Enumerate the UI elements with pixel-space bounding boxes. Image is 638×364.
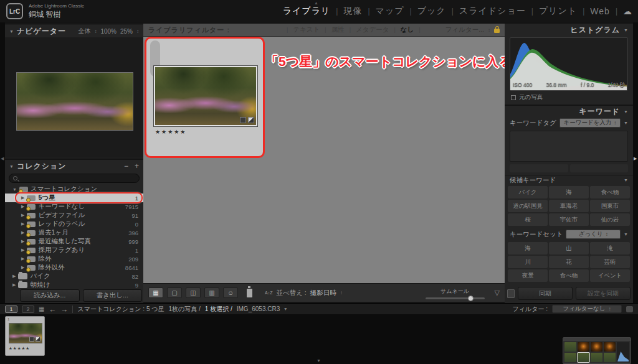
collections-header[interactable]: ▼ コレクション − + <box>5 160 143 172</box>
chevron-right-icon[interactable]: ▶ <box>21 230 24 235</box>
left-panel-collapse-strip[interactable]: ◀ <box>0 22 5 303</box>
filter-none-option[interactable]: なし <box>401 26 414 34</box>
stepper-icon[interactable]: ↕ <box>136 29 139 34</box>
navigator-header[interactable]: ▼ ナビゲーター 全体 ↕ 100% 25% ↕ <box>5 25 143 37</box>
keyword-chip[interactable]: イベント <box>590 269 630 282</box>
stepper-icon[interactable]: ↕ <box>94 29 97 34</box>
filter-toggle-icon[interactable] <box>626 306 633 312</box>
go-forward-arrow-icon[interactable]: → <box>60 305 68 314</box>
filmstrip-cell[interactable]: 1 ★★★★★ <box>5 316 45 356</box>
toolbar-options-icon[interactable]: ▽ <box>495 289 500 297</box>
crop-badge-icon[interactable] <box>36 337 40 342</box>
navigator-preview-image[interactable] <box>16 72 133 131</box>
collection-item[interactable]: ▶ レッドのラベル 0 <box>5 220 143 228</box>
bottom-panel-collapse-arrow[interactable]: ▼ <box>317 358 321 363</box>
filmstrip-thumbnail[interactable] <box>9 323 42 343</box>
keyword-chip[interactable]: 道の駅国見 <box>508 200 548 212</box>
collection-set-smart[interactable]: ▼ スマートコレクション <box>5 185 143 194</box>
compare-view-button[interactable]: ◫ <box>186 287 201 298</box>
chevron-right-icon[interactable]: ▶ <box>21 248 24 253</box>
collection-search-input[interactable] <box>9 174 140 183</box>
right-panel-collapse-strip[interactable]: ▶ <box>633 22 638 303</box>
stepper-icon[interactable]: ↕ <box>488 27 490 33</box>
painter-spray-icon[interactable] <box>247 289 252 297</box>
sort-value-dropdown[interactable]: 撮影日時 <box>310 289 336 297</box>
module-map[interactable]: マップ <box>376 6 404 17</box>
keyword-chip[interactable]: 海 <box>508 242 548 254</box>
sort-direction-icon[interactable]: A↕Z <box>265 291 272 295</box>
keyword-chip[interactable]: 芸術 <box>590 256 630 268</box>
zoom-fit-option[interactable]: 全体 <box>78 27 90 35</box>
keyword-chip[interactable]: 桜 <box>508 213 548 226</box>
second-monitor-preview[interactable] <box>563 337 631 364</box>
keywording-header[interactable]: キーワード ▼ <box>505 105 633 117</box>
go-back-arrow-icon[interactable]: ← <box>49 305 56 314</box>
thumbnail-slider[interactable] <box>426 297 485 299</box>
collection-item[interactable]: ▶ 除外以外 8641 <box>5 263 143 272</box>
histogram-display[interactable]: ISO 400 36.8 mm f / 9.0 1/40 秒 <box>510 37 628 91</box>
top-panel-collapse-arrow[interactable]: ▲ <box>314 1 318 5</box>
keyword-chip[interactable]: 食べ物 <box>590 186 630 198</box>
filter-text-option[interactable]: テキスト <box>293 26 320 34</box>
keyword-suggestions-header[interactable]: 候補キーワード ▼ <box>505 175 633 185</box>
second-window-button[interactable]: 2 <box>22 306 34 313</box>
original-photo-checkbox[interactable] <box>511 95 516 100</box>
module-web[interactable]: Web <box>590 6 610 16</box>
chevron-right-icon[interactable]: ▶ <box>12 282 16 287</box>
keyword-chip[interactable]: 車海老 <box>549 200 589 212</box>
main-window-button[interactable]: 1 <box>5 306 17 313</box>
keyword-chip[interactable]: 食べ物 <box>549 269 589 282</box>
module-slideshow[interactable]: スライドショー <box>459 6 526 17</box>
sync-settings-button[interactable]: 設定を同期 <box>576 287 631 300</box>
chevron-right-icon[interactable]: ▶ <box>21 213 24 218</box>
collapse-all-button[interactable]: − <box>124 162 128 170</box>
cloud-sync-icon[interactable]: ☁ <box>623 6 632 16</box>
collection-badge-icon[interactable] <box>29 337 34 342</box>
module-library[interactable]: ライブラリ <box>283 6 331 17</box>
chevron-right-icon[interactable]: ▶ <box>21 195 24 200</box>
module-print[interactable]: プリント <box>539 6 577 17</box>
module-develop[interactable]: 現像 <box>343 6 362 17</box>
filter-preset-dropdown[interactable]: フィルター... <box>445 26 484 34</box>
import-button[interactable]: 読み込み... <box>20 289 80 302</box>
chevron-right-icon[interactable]: ▶ <box>21 265 24 270</box>
collection-item[interactable]: ▶ 除外 209 <box>5 254 143 263</box>
zoom-25-option[interactable]: 25% <box>120 28 133 35</box>
keyword-chip[interactable]: 仙の岩 <box>590 213 630 226</box>
filter-lock-icon[interactable] <box>494 29 500 33</box>
photo-thumbnail[interactable] <box>154 66 257 126</box>
slider-knob[interactable] <box>468 296 474 301</box>
star-rating[interactable]: ★★★★★ <box>155 129 186 135</box>
add-collection-button[interactable]: + <box>135 162 139 170</box>
keyword-chip[interactable]: 滝 <box>590 242 630 254</box>
module-book[interactable]: ブック <box>417 6 446 17</box>
keyword-chip[interactable]: 夜景 <box>508 269 548 282</box>
chevron-right-icon[interactable]: ▶ <box>21 222 24 226</box>
filmstrip-filter-dropdown[interactable]: フィルターなし ↕ <box>552 305 622 313</box>
chevron-right-icon[interactable]: ▶ <box>12 274 16 279</box>
chevron-right-icon[interactable]: ▶ <box>21 204 24 209</box>
keyword-chip[interactable]: 花 <box>549 256 589 268</box>
collection-item[interactable]: ▶ ビデオファイル 91 <box>5 211 143 220</box>
chevron-right-icon[interactable]: ▶ <box>21 239 24 244</box>
source-breadcrumb[interactable]: スマートコレクション : 5 つ星 <box>77 305 164 314</box>
keyword-tag-dropdown[interactable]: キーワードを入力 ↕ <box>559 118 621 128</box>
collection-folder[interactable]: ▶ バイク 82 <box>5 272 143 281</box>
chevron-down-icon[interactable]: ▼ <box>624 232 628 236</box>
keyword-chip[interactable]: 山 <box>549 242 589 254</box>
collection-item-5stars[interactable]: ▶ 5つ星 1 <box>5 194 143 202</box>
keyword-set-dropdown[interactable]: ざっくり ↕ <box>566 230 621 239</box>
keyword-entry-textarea[interactable] <box>510 131 628 162</box>
filter-metadata-option[interactable]: メタデータ <box>356 26 389 34</box>
chevron-down-small-icon[interactable]: ▾ <box>284 306 287 312</box>
keyword-chip[interactable]: 海 <box>549 186 589 198</box>
stepper-icon[interactable]: ↕ <box>340 290 343 296</box>
collection-item[interactable]: ▶ キーワードなし 7915 <box>5 202 143 211</box>
keyword-chip[interactable]: バイク <box>508 186 548 198</box>
keyword-chip[interactable]: 川 <box>508 256 548 268</box>
crop-badge-icon[interactable] <box>248 117 254 123</box>
histogram-header[interactable]: ヒストグラム ▼ <box>505 24 633 36</box>
filter-attribute-option[interactable]: 属性 <box>331 26 345 34</box>
keyword-chip[interactable]: 宇佐市 <box>549 213 589 226</box>
survey-view-button[interactable]: ▥ <box>204 287 219 298</box>
